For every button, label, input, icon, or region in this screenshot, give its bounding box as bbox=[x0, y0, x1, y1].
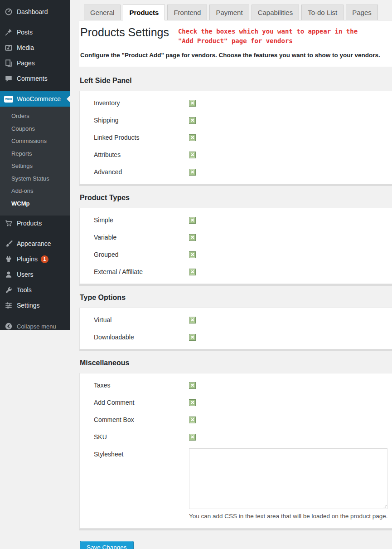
checkbox-checked-icon[interactable] bbox=[189, 117, 196, 124]
tab-general[interactable]: General bbox=[84, 5, 121, 20]
sidebar-item-label: Tools bbox=[17, 286, 32, 294]
setting-label: Comment Box bbox=[94, 416, 189, 423]
setting-label: SKU bbox=[94, 433, 189, 441]
collapse-menu-button[interactable]: Collapse menu bbox=[0, 319, 70, 334]
sidebar-item-products[interactable]: Products bbox=[0, 216, 70, 231]
checkbox-checked-icon[interactable] bbox=[189, 417, 196, 423]
tab-payment[interactable]: Payment bbox=[209, 5, 249, 20]
dashboard-icon bbox=[4, 7, 13, 16]
stylesheet-textarea[interactable] bbox=[189, 448, 387, 509]
setting-label: Inventory bbox=[94, 99, 189, 107]
setting-row-shipping: Shipping bbox=[80, 112, 392, 129]
setting-label: Stylesheet bbox=[94, 448, 189, 458]
submenu-item-reports[interactable]: Reports bbox=[0, 147, 70, 160]
tab-pages[interactable]: Pages bbox=[346, 5, 378, 20]
checkbox-checked-icon[interactable] bbox=[189, 234, 196, 241]
setting-row-simple: Simple bbox=[80, 211, 392, 229]
paintbrush-icon bbox=[4, 239, 13, 248]
sidebar-item-label: Settings bbox=[17, 302, 40, 309]
stylesheet-field: You can add CSS in the text area that wi… bbox=[189, 448, 388, 523]
annotation-line-1: Check the boxes which you want to appear… bbox=[178, 27, 358, 36]
annotation-note: Check the boxes which you want to appear… bbox=[178, 25, 358, 46]
checkbox-checked-icon[interactable] bbox=[189, 434, 196, 441]
user-icon bbox=[4, 270, 13, 279]
woocommerce-submenu: OrdersCouponsCommissionsReportsSettingsS… bbox=[0, 107, 70, 216]
setting-row-add-comment: Add Comment bbox=[80, 394, 392, 411]
save-changes-button[interactable]: Save Changes bbox=[80, 541, 134, 549]
pages-icon bbox=[4, 59, 13, 68]
setting-label: Advanced bbox=[94, 168, 189, 176]
active-menu-arrow bbox=[63, 95, 71, 103]
collapse-arrow-icon bbox=[4, 322, 13, 331]
checkbox-checked-icon[interactable] bbox=[189, 269, 196, 275]
sidebar-item-label: Products bbox=[17, 220, 42, 227]
submenu-item-orders[interactable]: Orders bbox=[0, 110, 70, 123]
checkbox-checked-icon[interactable] bbox=[189, 217, 196, 224]
setting-row-stylesheet: StylesheetYou can add CSS in the text ar… bbox=[80, 446, 392, 525]
checkbox-checked-icon[interactable] bbox=[189, 100, 196, 107]
setting-label: Attributes bbox=[94, 151, 189, 158]
sidebar-item-users[interactable]: Users bbox=[0, 267, 70, 282]
submenu-item-settings[interactable]: Settings bbox=[0, 160, 70, 172]
checkbox-checked-icon[interactable] bbox=[189, 251, 196, 258]
setting-row-downloadable: Downloadable bbox=[80, 328, 392, 346]
page-header: Products Settings Check the boxes which … bbox=[79, 20, 392, 67]
page-description: Configure the "Product Add" page for ven… bbox=[80, 52, 392, 59]
submenu-item-add-ons[interactable]: Add-ons bbox=[0, 185, 70, 197]
sidebar-item-dashboard[interactable]: Dashboard bbox=[0, 4, 70, 20]
section-miscellaneous: MiscellaneousTaxesAdd CommentComment Box… bbox=[79, 349, 392, 529]
admin-sidebar: DashboardPostsMediaPagesCommentswooWooCo… bbox=[0, 0, 70, 330]
sidebar-item-posts[interactable]: Posts bbox=[0, 25, 70, 40]
cart-icon bbox=[4, 219, 13, 228]
section-product-types: Product TypesSimpleVariableGroupedExtern… bbox=[79, 184, 392, 284]
sidebar-item-pages[interactable]: Pages bbox=[0, 55, 70, 71]
sidebar-item-label: Dashboard bbox=[17, 8, 48, 15]
sidebar-item-appearance[interactable]: Appearance bbox=[0, 236, 70, 251]
setting-label: Grouped bbox=[94, 251, 189, 258]
sidebar-item-comments[interactable]: Comments bbox=[0, 71, 70, 86]
setting-row-inventory: Inventory bbox=[80, 94, 392, 112]
tab-products[interactable]: Products bbox=[123, 5, 165, 20]
section-card: VirtualDownloadable bbox=[79, 308, 392, 349]
setting-label: Variable bbox=[94, 234, 189, 241]
sidebar-item-settings[interactable]: Settings bbox=[0, 298, 70, 313]
section-card: SimpleVariableGroupedExternal / Affiliat… bbox=[79, 208, 392, 284]
sidebar-item-woocommerce[interactable]: wooWooCommerce bbox=[0, 91, 70, 107]
tab-frontend[interactable]: Frontend bbox=[167, 5, 207, 20]
sidebar-item-plugins[interactable]: Plugins1 bbox=[0, 251, 70, 267]
collapse-menu-label: Collapse menu bbox=[17, 323, 56, 330]
update-count-badge: 1 bbox=[41, 255, 48, 263]
sidebar-item-label: Appearance bbox=[17, 240, 51, 247]
section-heading: Type Options bbox=[79, 284, 392, 308]
wrench-icon bbox=[4, 285, 13, 294]
setting-row-grouped: Grouped bbox=[80, 246, 392, 263]
setting-row-virtual: Virtual bbox=[80, 311, 392, 328]
settings-tab-bar: GeneralProductsFrontendPaymentCapabiliti… bbox=[79, 0, 392, 20]
checkbox-checked-icon[interactable] bbox=[189, 399, 196, 406]
woo-logo: woo bbox=[4, 96, 13, 103]
checkbox-checked-icon[interactable] bbox=[189, 169, 196, 176]
section-heading: Product Types bbox=[79, 184, 392, 208]
submenu-item-wcmp[interactable]: WCMp bbox=[0, 197, 70, 210]
sidebar-item-tools[interactable]: Tools bbox=[0, 282, 70, 298]
sidebar-item-media[interactable]: Media bbox=[0, 40, 70, 55]
sliders-icon bbox=[4, 301, 13, 310]
tab-to-do-list[interactable]: To-do List bbox=[301, 5, 344, 20]
submenu-item-system-status[interactable]: System Status bbox=[0, 172, 70, 185]
checkbox-checked-icon[interactable] bbox=[189, 334, 196, 341]
submenu-item-commissions[interactable]: Commissions bbox=[0, 135, 70, 147]
tab-capabilities[interactable]: Capabilities bbox=[252, 5, 300, 20]
checkbox-checked-icon[interactable] bbox=[189, 152, 196, 158]
sidebar-item-label: Media bbox=[17, 44, 34, 51]
setting-row-attributes: Attributes bbox=[80, 146, 392, 163]
setting-row-advanced: Advanced bbox=[80, 163, 392, 181]
checkbox-checked-icon[interactable] bbox=[189, 382, 196, 389]
checkbox-checked-icon[interactable] bbox=[189, 134, 196, 141]
section-card: InventoryShippingLinked ProductsAttribut… bbox=[79, 91, 392, 184]
checkbox-checked-icon[interactable] bbox=[189, 317, 196, 324]
pin-icon bbox=[4, 28, 13, 37]
settings-content: GeneralProductsFrontendPaymentCapabiliti… bbox=[79, 0, 392, 549]
submenu-item-coupons[interactable]: Coupons bbox=[0, 123, 70, 135]
sidebar-item-label: Posts bbox=[17, 29, 33, 36]
setting-label: Taxes bbox=[94, 382, 189, 389]
